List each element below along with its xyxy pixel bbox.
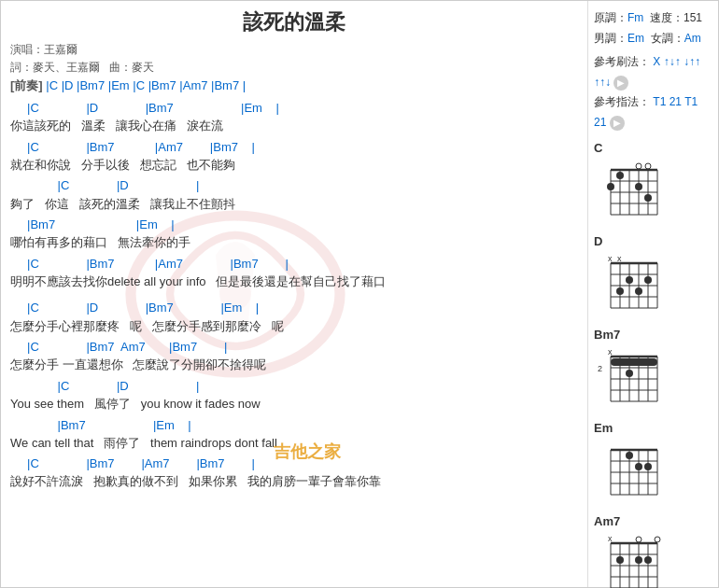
lyric-line-2: 夠了 你這 該死的溫柔 讓我止不住顫抖: [10, 195, 578, 214]
chord-diagram-c: C: [594, 141, 712, 227]
chord-name-c: C: [594, 141, 712, 155]
lyric-line-10: 說好不許流淚 抱歉真的做不到 如果你累 我的肩膀一輩子會靠你靠: [10, 472, 578, 491]
song-section-3: |Bm7 |Em |哪怕有再多的藉口 無法牽你的手: [10, 217, 578, 252]
original-key-value: Fm: [627, 11, 643, 24]
svg-point-14: [645, 163, 651, 169]
chord-diagram-em: Em: [594, 421, 712, 507]
singer-label: 演唱：: [10, 43, 44, 56]
music-label: 曲：: [109, 61, 132, 74]
lyric-line-7: 怎麼分手 一直還想你 怎麼說了分開卻不捨得呢: [10, 356, 578, 374]
svg-point-77: [636, 537, 641, 542]
svg-point-63: [644, 463, 652, 470]
svg-point-79: [616, 556, 624, 564]
tempo-label: 速度：: [650, 11, 684, 24]
chord-line-4: |C |Bm7 |Am7 |Bm7 |: [10, 256, 578, 273]
svg-text:2: 2: [598, 364, 602, 373]
original-key-label: 原調：: [594, 11, 627, 24]
song-section-1: |C |Bm7 |Am7 |Bm7 |就在和你說 分手以後 想忘記 也不能夠: [10, 139, 578, 175]
key-line: 男調：Em 女調：Am: [594, 29, 712, 49]
lyrics-sections: |C |D |Bm7 |Em |你這該死的 溫柔 讓我心在痛 淚在流 |C |B…: [10, 100, 578, 491]
music-value: 麥天: [132, 61, 154, 74]
original-key-line: 原調：Fm 速度：151: [594, 8, 712, 29]
lyric-line-3: 哪怕有再多的藉口 無法牽你的手: [10, 233, 578, 252]
chord-line-3: |Bm7 |Em |: [10, 217, 578, 233]
svg-point-50: [626, 370, 633, 377]
song-title: 該死的溫柔: [10, 8, 578, 36]
site-brand: 吉他之家: [274, 441, 341, 463]
picking-label: 參考指法：: [594, 95, 650, 108]
svg-point-80: [635, 556, 642, 564]
female-key-value: Am: [684, 32, 701, 45]
chord-diagrams: CDxxBm72xEmAm7x: [594, 141, 712, 588]
svg-text:x: x: [608, 534, 613, 543]
picking-play-button[interactable]: ▶: [610, 116, 625, 131]
svg-point-18: [616, 172, 624, 179]
song-section-2: |C |D |夠了 你這 該死的溫柔 讓我止不住顫抖: [10, 177, 578, 213]
svg-point-17: [644, 194, 652, 202]
svg-point-33: [635, 287, 642, 295]
chord-diagram-d: Dxx: [594, 234, 712, 320]
prelude-line: [前奏] |C |D |Bm7 |Em |C |Bm7 |Am7 |Bm7 |: [10, 77, 578, 94]
song-section-4: |C |Bm7 |Am7 |Bm7 |明明不應該去找你delete all yo…: [10, 256, 578, 291]
female-key-label: 女調：: [651, 32, 684, 45]
chord-line-6: |C |D |Bm7 |Em |: [10, 300, 578, 316]
svg-point-34: [644, 276, 652, 284]
svg-point-62: [635, 463, 642, 470]
tempo-value: 151: [684, 11, 702, 24]
prelude-label: [前奏]: [10, 78, 43, 92]
prelude-chords: |C |D |Bm7 |Em |C |Bm7 |Am7 |Bm7 |: [46, 78, 246, 92]
svg-point-81: [644, 556, 652, 564]
lyric-line-1: 就在和你說 分手以後 想忘記 也不能夠: [10, 156, 578, 175]
lyric-line-8: You see them 風停了 you know it fades now: [10, 395, 578, 413]
lyrics-label: 詞：: [10, 61, 33, 74]
lyric-line-4: 明明不應該去找你delete all your info 但是最後還是在幫自己找…: [10, 273, 578, 291]
song-section-6: |C |D |Bm7 |Em |怎麼分手心裡那麼疼 呢 怎麼分手感到那麼冷 呢: [10, 300, 578, 335]
chord-name-d: D: [594, 234, 712, 248]
svg-point-32: [626, 276, 633, 284]
chord-line-7: |C |Bm7 Am7 |Bm7 |: [10, 339, 578, 356]
svg-point-13: [636, 163, 641, 169]
chord-line-1: |C |Bm7 |Am7 |Bm7 |: [10, 139, 578, 156]
svg-text:x: x: [608, 347, 613, 357]
svg-text:x: x: [608, 254, 613, 263]
picking-line: 參考指法： T1 21 T1 21 ▶: [594, 92, 712, 133]
svg-point-16: [635, 183, 642, 190]
svg-rect-49: [611, 358, 657, 366]
lyric-line-6: 怎麼分手心裡那麼疼 呢 怎麼分手感到那麼冷 呢: [10, 317, 578, 336]
chord-name-am7: Am7: [594, 514, 712, 528]
lyrics-value: 麥天、王嘉爾: [33, 61, 100, 74]
chord-line-2: |C |D |: [10, 177, 578, 194]
chord-diagram-bm7: Bm72x: [594, 328, 712, 413]
strumming-line: 參考刷法： X ↑↓↑ ↓↑↑ ↑↑↓ ▶: [594, 52, 712, 92]
chord-name-em: Em: [594, 421, 712, 435]
chord-line-8: |C |D |: [10, 378, 578, 395]
svg-text:x: x: [617, 254, 622, 263]
chord-diagram-am7: Am7x: [594, 514, 712, 588]
svg-point-64: [626, 452, 633, 459]
song-section-8: |C |D |You see them 風停了 you know it fade…: [10, 378, 578, 413]
strumming-play-button[interactable]: ▶: [613, 76, 628, 91]
song-section-7: |C |Bm7 Am7 |Bm7 |怎麼分手 一直還想你 怎麼說了分開卻不捨得呢: [10, 339, 578, 374]
male-key-label: 男調：: [594, 32, 627, 45]
song-info-block: 原調：Fm 速度：151 男調：Em 女調：Am 參考刷法： X ↑↓↑ ↓↑↑…: [594, 8, 712, 133]
meta-singer: 演唱：王嘉爾: [10, 42, 578, 58]
male-key-value: Em: [627, 32, 644, 45]
svg-point-15: [607, 183, 614, 190]
chord-line-0: |C |D |Bm7 |Em |: [10, 100, 578, 117]
singer-value: 王嘉爾: [44, 43, 78, 56]
right-panel: 原調：Fm 速度：151 男調：Em 女調：Am 參考刷法： X ↑↓↑ ↓↑↑…: [587, 1, 718, 587]
svg-point-35: [616, 287, 624, 295]
meta-credits: 詞：麥天、王嘉爾 曲：麥天: [10, 60, 578, 76]
svg-point-78: [655, 537, 660, 542]
lyric-line-0: 你這該死的 溫柔 讓我心在痛 淚在流: [10, 117, 578, 135]
song-section-0: |C |D |Bm7 |Em |你這該死的 溫柔 讓我心在痛 淚在流: [10, 100, 578, 135]
strumming-label: 參考刷法：: [594, 55, 650, 68]
chord-line-9: |Bm7 |Em |: [10, 417, 578, 434]
chord-name-bm7: Bm7: [594, 328, 712, 342]
